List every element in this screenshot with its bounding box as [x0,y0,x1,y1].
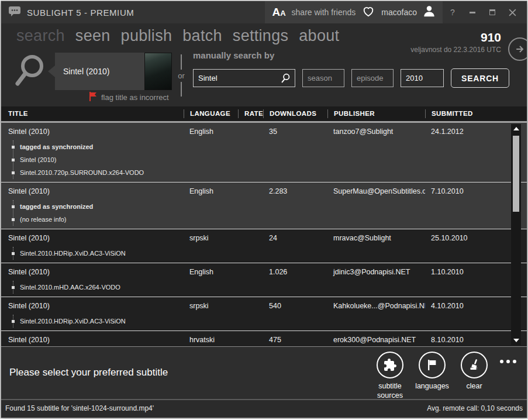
row-language: English [184,268,238,276]
help-button[interactable]: ? [443,1,463,23]
more-options-button[interactable] [499,357,517,366]
movie-poster [144,53,172,90]
tab-search[interactable]: search [16,27,65,45]
status-remote-call-text: Avg. remote call: 0,10 seconds [427,404,523,412]
broom-icon [461,352,488,378]
column-submitted[interactable]: SUBMITTED [425,109,527,118]
scroll-down-icon [513,339,519,342]
episode-input[interactable] [351,69,394,87]
row-title: Sintel (2010) [1,234,184,242]
row-details: tagged as synchronizedSintel (2010)Sinte… [13,140,527,179]
search-section: search seen publish batch settings about… [1,23,527,106]
share-section: AA share with friends macofaco [265,1,443,23]
row-language: srpski [184,234,238,242]
bubble-tail [48,66,55,77]
row-details: tagged as synchronized(no release info) [13,200,527,226]
column-title[interactable]: TITLE [1,109,184,118]
subtitle-sources-label: subtitle sources [372,381,408,401]
release-info: tagged as synchronized [13,200,527,213]
table-row[interactable]: Sintel (2010) English 1.026 jdinic3@Podn… [1,263,527,297]
minimize-button[interactable] [463,1,482,23]
minimize-icon [470,12,475,13]
user-icon[interactable] [423,5,436,20]
column-downloads[interactable]: DOWNLOADS [263,109,327,118]
divider-line [181,82,182,97]
release-info: (no release info) [13,213,527,226]
row-downloads: 24 [263,234,327,242]
flag-title-label: flag title as incorrect [101,93,169,102]
column-rate[interactable]: RATE [238,109,263,118]
column-language[interactable]: LANGUAGE [184,109,238,118]
close-button[interactable] [502,1,522,23]
search-button[interactable]: SEARCH [451,68,509,88]
release-info: Sintel.2010.mHD.AAC.x264-VODO [13,281,527,294]
row-language: English [184,187,238,195]
action-bar: Please select your preferred subtitle su… [1,346,527,399]
table-row[interactable]: Sintel (2010) srpski 24 mravac@Sublight … [1,229,527,263]
selection-hint: Please select your preferred subtitle [9,367,168,378]
tab-batch[interactable]: batch [182,27,222,45]
close-icon [509,9,516,16]
flag-icon [89,92,97,103]
tree-bullet-icon [12,218,15,221]
clear-button[interactable]: clear [457,352,492,391]
row-title: Sintel (2010) [1,128,184,136]
table-row[interactable]: Sintel (2010) English 2.283 SuperMau@Ope… [1,183,527,229]
puzzle-icon [377,352,403,378]
column-publisher[interactable]: PUBLISHER [327,109,425,118]
table-scrollbar[interactable] [511,124,521,345]
share-with-friends-link[interactable]: share with friends [292,8,356,17]
app-logo-icon [8,5,21,19]
table-row[interactable]: Sintel (2010) hrvatski 475 erok300@Podna… [1,331,527,346]
release-info: Sintel.2010.720p.SURROUND.x264-VODO [13,166,527,179]
release-info: Sintel.2010.HDRip.XviD.AC3-ViSiON [13,315,527,328]
season-input[interactable] [302,69,344,87]
tree-bullet-icon [12,159,15,161]
scroll-down-button[interactable] [513,336,519,345]
table-header: TITLE LANGUAGE RATE DOWNLOADS PUBLISHER … [1,106,527,123]
next-arrow-button[interactable] [508,37,527,61]
or-divider: or [177,54,185,97]
table-row[interactable]: Sintel (2010) srpski 540 Kahkolueke...@P… [1,297,527,331]
tab-settings[interactable]: settings [233,27,288,45]
row-details: Sintel.2010.HDRip.XviD.AC3-ViSiON [13,315,527,328]
row-language: English [184,128,238,136]
more-options-icon [506,360,510,363]
maximize-button[interactable] [482,1,502,23]
tab-seen[interactable]: seen [75,27,111,45]
manual-search: manually search by SEARCH [193,50,509,88]
tab-about[interactable]: about [299,27,339,45]
tree-bullet-icon [12,320,15,323]
release-info: Sintel.2010.HDRip.XviD.AC3-ViSiON [13,247,527,260]
title-search-input[interactable] [193,69,295,87]
username-label[interactable]: macofaco [381,8,417,17]
tab-publish[interactable]: publish [121,27,172,45]
tree-bullet-icon [12,171,15,174]
row-publisher: mravac@Sublight [327,234,425,242]
or-label: or [178,70,185,82]
row-downloads: 1.026 [263,268,327,276]
tree-bullet-icon [12,146,15,149]
detected-title: Sintel (2010) [55,67,144,76]
more-options-icon [500,360,503,363]
release-info: tagged as synchronized [13,140,527,153]
row-downloads: 540 [263,302,327,310]
flag-title-control[interactable]: flag title as incorrect [89,92,169,103]
subtitle-sources-button[interactable]: subtitle sources [372,352,408,401]
row-downloads: 35 [263,128,327,136]
release-info: Sintel (2010) [13,153,527,166]
row-details: Sintel.2010.mHD.AAC.x264-VODO [13,281,527,294]
maximize-icon [489,9,495,15]
detected-title-bubble[interactable]: Sintel (2010) [55,53,172,90]
scrollbar-thumb[interactable] [513,136,519,212]
scrollbar-track[interactable] [511,133,521,336]
year-input[interactable] [401,69,444,87]
scroll-up-icon [513,127,519,130]
clear-label: clear [466,381,482,391]
heart-icon[interactable] [361,5,375,20]
scroll-up-button[interactable] [513,124,519,133]
languages-button[interactable]: languages [415,352,450,391]
table-row[interactable]: Sintel (2010) English 35 tanzoo7@Subligh… [1,123,527,183]
text-size-icon[interactable]: AA [272,6,285,19]
window-title: SUBLIGHT 5 - PREMIUM [27,8,134,18]
